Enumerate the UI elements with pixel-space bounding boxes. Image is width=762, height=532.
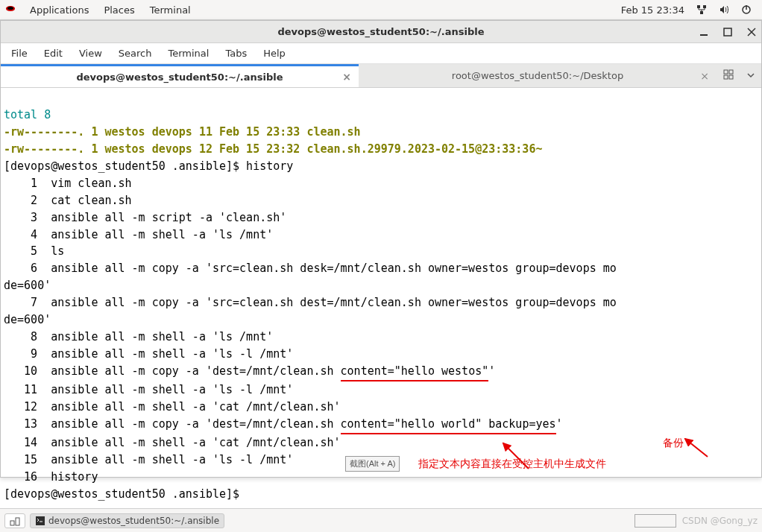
svg-rect-18: [36, 516, 45, 525]
terminal-line: 14 ansible all -m shell -a 'cat /mnt/cle…: [4, 436, 341, 449]
tab-active-label: devops@westos_student50:~/.ansible: [77, 72, 283, 83]
annotation-arrow-icon: [459, 422, 536, 498]
terminal-line: de=600': [4, 279, 51, 292]
svg-rect-2: [700, 11, 703, 14]
tab-close-icon[interactable]: ×: [342, 71, 351, 83]
panel-places[interactable]: Places: [96, 4, 142, 16]
workspace-switcher[interactable]: [635, 514, 676, 528]
terminal-line: 11 ansible all -m shell -a 'ls -l /mnt': [4, 383, 293, 396]
menu-edit[interactable]: Edit: [37, 45, 70, 61]
terminal-window: devops@westos_student50:~/.ansible File …: [0, 20, 762, 478]
window-controls: [699, 21, 757, 42]
terminal-line: 1 vim clean.sh: [4, 177, 132, 190]
terminal-content[interactable]: total 8 -rw--------. 1 westos devops 11 …: [1, 88, 761, 477]
terminal-line: 16 history: [4, 470, 98, 484]
menu-terminal[interactable]: Terminal: [160, 45, 216, 61]
network-icon[interactable]: [690, 4, 713, 15]
menu-tabs[interactable]: Tabs: [218, 45, 254, 61]
terminal-line: 8 ansible all -m shell -a 'ls /mnt': [4, 330, 273, 343]
minimize-button[interactable]: [699, 27, 709, 37]
menu-file[interactable]: File: [4, 45, 35, 61]
svg-rect-10: [724, 70, 728, 74]
terminal-line: -rw--------. 1 westos devops 12 Feb 15 2…: [4, 142, 542, 156]
terminal-line: 4 ansible all -m shell -a 'ls /mnt': [4, 228, 273, 241]
close-button[interactable]: [746, 27, 757, 37]
tab-inactive-label: root@westos_student50:~/Desktop: [452, 70, 623, 81]
tab-dropdown-icon[interactable]: [747, 70, 755, 81]
terminal-line: de=600': [4, 313, 51, 326]
tab-active[interactable]: devops@westos_student50:~/.ansible ×: [1, 64, 359, 87]
highlight-content-hello-westos: content="hello westos": [341, 363, 489, 381]
volume-icon[interactable]: [713, 4, 735, 15]
menu-help[interactable]: Help: [256, 45, 293, 61]
svg-rect-17: [16, 518, 19, 525]
window-menubar: File Edit View Search Terminal Tabs Help: [1, 43, 761, 64]
tab-close-icon[interactable]: ×: [700, 70, 709, 82]
terminal-line: 10 ansible all -m copy -a 'dest=/mnt/cle…: [4, 364, 495, 378]
panel-clock[interactable]: Feb 15 23:34: [615, 4, 690, 16]
panel-terminal[interactable]: Terminal: [142, 4, 198, 16]
svg-rect-12: [724, 75, 728, 79]
power-icon[interactable]: [735, 4, 758, 15]
svg-rect-11: [729, 70, 733, 74]
svg-rect-16: [10, 521, 14, 525]
terminal-prompt: [devops@westos_student50 .ansible]$: [4, 487, 246, 501]
terminal-line: 12 ansible all -m shell -a 'cat /mnt/cle…: [4, 400, 341, 414]
taskbar-terminal-button[interactable]: devops@westos_student50:~/.ansible: [30, 513, 224, 528]
svg-line-14: [503, 443, 529, 469]
terminal-line: 3 ansible all -m script -a 'clean.sh': [4, 211, 286, 224]
svg-rect-1: [697, 5, 700, 8]
menu-search[interactable]: Search: [111, 45, 160, 61]
svg-line-15: [685, 439, 708, 457]
terminal-line: total 8: [4, 108, 51, 121]
window-title: devops@westos_student50:~/.ansible: [278, 26, 485, 37]
maximize-button[interactable]: [722, 27, 733, 37]
watermark-text: CSDN @Gong_yz: [682, 516, 758, 526]
menu-view[interactable]: View: [72, 45, 110, 61]
panel-applications[interactable]: Applications: [22, 4, 96, 16]
window-titlebar[interactable]: devops@westos_student50:~/.ansible: [1, 21, 761, 43]
terminal-line: 6 ansible all -m copy -a 'src=clean.sh d…: [4, 262, 617, 275]
terminal-line: 2 cat clean.sh: [4, 194, 132, 207]
terminal-line: -rw--------. 1 westos devops 11 Feb 15 2…: [4, 125, 361, 139]
annotation-arrow-icon: [640, 419, 718, 488]
svg-rect-3: [703, 5, 706, 8]
tab-overview-icon[interactable]: [723, 69, 734, 82]
terminal-line: 15 ansible all -m shell -a 'ls -l /mnt': [4, 453, 293, 466]
tab-tools: [717, 64, 761, 87]
gnome-top-panel: Applications Places Terminal Feb 15 23:3…: [0, 0, 762, 20]
terminal-tabbar: devops@westos_student50:~/.ansible × roo…: [1, 64, 761, 88]
terminal-line: 7 ansible all -m copy -a 'src=clean.sh d…: [4, 296, 617, 309]
terminal-line: 9 ansible all -m shell -a 'ls -l /mnt': [4, 347, 293, 361]
svg-point-0: [7, 7, 13, 10]
taskbar-terminal-label: devops@westos_student50:~/.ansible: [48, 516, 219, 526]
svg-rect-13: [729, 75, 733, 79]
screenshot-hint-badge: 截图(Alt + A): [345, 456, 400, 472]
terminal-line: 5 ls: [4, 244, 64, 258]
gnome-bottom-panel: devops@westos_student50:~/.ansible CSDN …: [0, 508, 762, 532]
show-desktop-button[interactable]: [4, 513, 25, 528]
terminal-prompt: [devops@westos_student50 .ansible]$ hist…: [4, 159, 293, 173]
svg-rect-7: [724, 28, 731, 36]
tab-inactive[interactable]: root@westos_student50:~/Desktop ×: [359, 64, 717, 87]
redhat-icon: [4, 4, 16, 16]
